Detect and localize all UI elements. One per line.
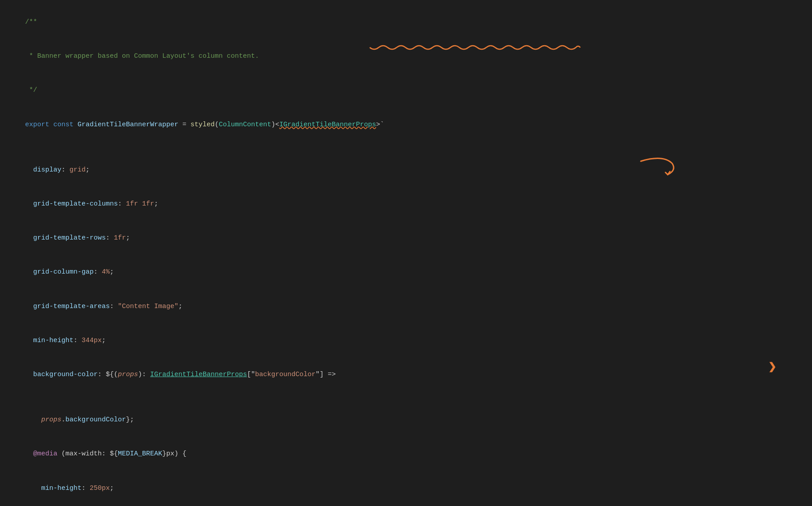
val-mh2: 250px <box>90 485 110 492</box>
prop-mh2: min-height <box>25 485 82 492</box>
val-gta: "Content Image" <box>118 303 178 310</box>
val-grid: grid <box>69 166 86 174</box>
comment-body: * Banner wrapper based on Common Layout'… <box>25 52 259 60</box>
var-media-break: MEDIA_BREAK <box>118 450 162 458</box>
code-line-3: */ <box>0 74 812 108</box>
code-line-mh: min-height: 344px; <box>0 324 812 358</box>
code-line-gta: grid-template-areas: "Content Image"; <box>0 290 812 324</box>
code-line-display: display: grid; <box>0 153 812 187</box>
prop-bgcolor-access: backgroundColor <box>65 416 126 424</box>
prop-bgcolor: background-color <box>25 371 98 378</box>
code-line-2: * Banner wrapper based on Common Layout'… <box>0 39 812 73</box>
keyword-media: @media <box>25 450 61 458</box>
code-line-export: export const GradientTileBannerWrapper =… <box>0 108 812 153</box>
comment-end: */ <box>25 86 37 94</box>
func-styled: styled <box>190 121 215 129</box>
key-bgcolor: backgroundColor <box>255 371 315 378</box>
keyword-const: const <box>53 121 78 129</box>
val-mh: 344px <box>82 337 102 344</box>
paren-open: ( <box>215 121 219 129</box>
paren-close: )< <box>271 121 279 129</box>
prop-mh: min-height <box>25 337 73 344</box>
code-editor: /** * Banner wrapper based on Common Lay… <box>0 0 812 506</box>
param-props: props <box>118 371 138 378</box>
var-props-2: props <box>41 416 61 424</box>
code-line-gtr: grid-template-rows: 1fr; <box>0 221 812 255</box>
var-name: GradientTileBannerWrapper <box>78 121 178 129</box>
code-line-props-bgcolor: props.backgroundColor}; <box>0 403 812 437</box>
type-interface: IGradientTileBannerProps <box>279 121 376 129</box>
code-line-1: /** <box>0 5 812 39</box>
arrow-annotation: ❯ <box>768 359 776 375</box>
code-line-mh2: min-height: 250px; <box>0 472 812 506</box>
val-gtr: 1fr <box>114 234 126 242</box>
comment-start: /** <box>25 18 37 26</box>
prop-display: display <box>25 166 61 174</box>
prop-gtc: grid-template-columns <box>25 200 118 208</box>
val-gtc: 1fr 1fr <box>126 200 154 208</box>
operator-eq: = <box>178 121 190 129</box>
type-column-content: ColumnContent <box>219 121 271 129</box>
code-line-gcg: grid-column-gap: 4%; <box>0 256 812 290</box>
code-line-media1: @media (max-width: ${MEDIA_BREAK}px) { <box>0 437 812 472</box>
keyword-export: export <box>25 121 53 129</box>
prop-gcg: grid-column-gap <box>25 268 94 276</box>
val-gcg: 4% <box>102 268 110 276</box>
code-line-gtc: grid-template-columns: 1fr 1fr; <box>0 187 812 221</box>
prop-gta: grid-template-areas <box>25 303 110 310</box>
template-start: >` <box>376 121 384 129</box>
code-line-bgcolor: background-color: ${(props): IGradientTi… <box>0 358 812 403</box>
prop-gtr: grid-template-rows <box>25 234 106 242</box>
type-interface-2: IGradientTileBannerProps <box>150 371 247 378</box>
